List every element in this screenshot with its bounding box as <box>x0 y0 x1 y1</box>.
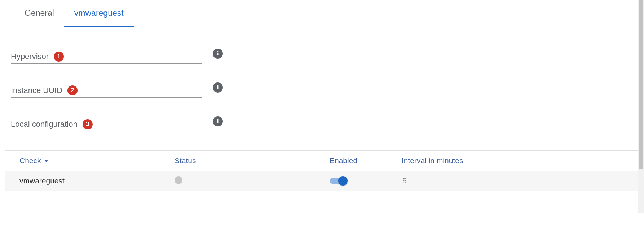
cell-check-name: vmwareguest <box>19 177 175 185</box>
local-config-input[interactable] <box>93 117 202 131</box>
enabled-toggle[interactable] <box>330 178 345 184</box>
interval-input[interactable] <box>402 175 535 187</box>
col-check-label: Check <box>19 156 41 165</box>
col-enabled-header[interactable]: Enabled <box>330 156 402 165</box>
sort-caret-down-icon <box>44 160 48 162</box>
config-fields: Hypervisor 1 i Instance UUID 2 i Local c… <box>0 27 644 150</box>
field-local-config-row: Local configuration 3 i <box>11 116 633 132</box>
col-interval-header[interactable]: Interval in minutes <box>402 156 625 165</box>
instance-uuid-input-wrap[interactable]: Instance UUID 2 <box>11 83 202 98</box>
annotation-badge-1: 1 <box>54 52 64 62</box>
vertical-scrollbar[interactable] <box>638 0 644 213</box>
col-enabled-label: Enabled <box>330 156 357 165</box>
annotation-badge-2: 2 <box>67 85 78 95</box>
col-check-header[interactable]: Check <box>19 156 175 165</box>
col-status-header[interactable]: Status <box>175 156 330 165</box>
checks-table: Check Status Enabled Interval in minutes… <box>5 150 639 191</box>
annotation-badge-3: 3 <box>83 119 93 129</box>
tab-label: vmwareguest <box>74 8 124 18</box>
cell-interval <box>402 175 625 187</box>
local-config-label: Local configuration <box>11 120 78 129</box>
tab-label: General <box>25 8 54 18</box>
table-row: vmwareguest <box>5 171 639 191</box>
cell-status <box>175 176 330 186</box>
col-status-label: Status <box>175 156 196 165</box>
tabs-bar: General vmwareguest <box>0 0 644 27</box>
hypervisor-label: Hypervisor <box>11 52 49 61</box>
col-interval-label: Interval in minutes <box>402 156 463 165</box>
local-config-input-wrap[interactable]: Local configuration 3 <box>11 117 202 131</box>
info-icon[interactable]: i <box>213 49 223 59</box>
toggle-knob-icon <box>338 176 348 186</box>
hypervisor-input[interactable] <box>64 49 202 63</box>
field-instance-uuid-row: Instance UUID 2 i <box>11 82 633 98</box>
scrollbar-thumb[interactable] <box>639 0 643 169</box>
info-icon[interactable]: i <box>213 116 223 126</box>
instance-uuid-label: Instance UUID <box>11 86 62 95</box>
tab-general[interactable]: General <box>14 0 64 27</box>
field-hypervisor-row: Hypervisor 1 i <box>11 49 633 64</box>
bottom-divider <box>0 213 644 213</box>
info-icon[interactable]: i <box>213 82 223 93</box>
cell-enabled <box>330 178 402 184</box>
status-dot-icon <box>175 176 182 184</box>
table-header-row: Check Status Enabled Interval in minutes <box>5 151 639 171</box>
tab-vmwareguest[interactable]: vmwareguest <box>64 0 134 27</box>
hypervisor-input-wrap[interactable]: Hypervisor 1 <box>11 49 202 64</box>
instance-uuid-input[interactable] <box>78 83 202 97</box>
